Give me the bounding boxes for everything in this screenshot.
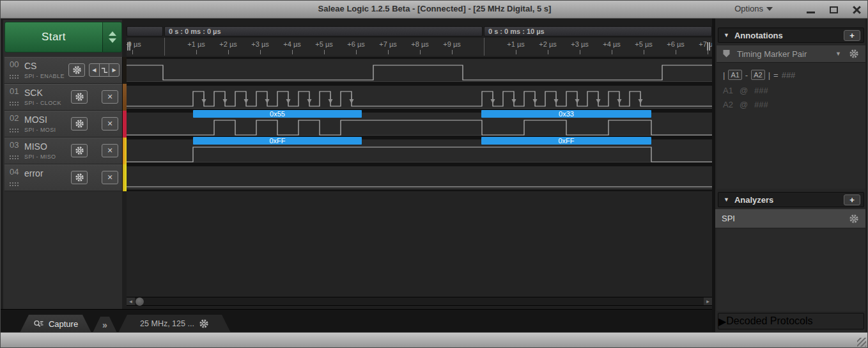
gear-icon <box>75 146 84 155</box>
channel-close-button[interactable]: ✕ <box>102 144 118 157</box>
collapse-closed-icon: ▶ <box>718 315 726 328</box>
start-options-toggle[interactable] <box>102 22 121 52</box>
capture-tab-label: Capture <box>49 319 78 329</box>
decoded-byte-bubble: 0x55 <box>193 110 362 118</box>
title-bar[interactable]: Saleae Logic 1.2.5 Beta - [Connected] - … <box>1 1 868 19</box>
trigger-prev-icon[interactable]: ◀ <box>89 64 99 76</box>
tab-overflow-chevrons[interactable]: » <box>93 317 117 333</box>
start-button[interactable]: Start <box>4 22 122 52</box>
scroll-left-button[interactable]: ◂ <box>127 297 135 305</box>
trigger-edge-icon[interactable] <box>99 64 109 76</box>
annotations-header[interactable]: ▼ Annotations + <box>718 28 864 43</box>
signal-trace-cs <box>127 57 712 84</box>
channel-color-strip <box>122 111 127 138</box>
channel-dots-icon <box>9 182 19 187</box>
channel-row[interactable]: 03 MISO SPI - MISO ✕ <box>4 138 122 164</box>
minimize-button[interactable] <box>801 3 820 17</box>
decoded-protocols-title: Decoded Protocols <box>726 315 812 327</box>
marker-pair-title: Timing Marker Pair <box>737 49 835 59</box>
channel-settings-button[interactable] <box>71 117 88 130</box>
collapse-open-icon: ▼ <box>724 32 729 38</box>
tab-device-settings[interactable]: 25 MHz, 125 ... <box>118 315 231 333</box>
timeline-sections[interactable]: 0 s : 0 ms : 0 µs0 s : 0 ms : 10 µs <box>127 26 712 37</box>
timeline-section-label: 0 s : 0 ms : 0 µs <box>165 27 482 35</box>
marker-a1-chip[interactable]: A1 <box>728 70 741 80</box>
channel-settings-button[interactable] <box>71 171 88 184</box>
channel-subtitle: SPI - MISO <box>24 154 56 160</box>
close-icon <box>852 5 861 14</box>
channel-row[interactable]: 01 SCK SPI - CLOCK ✕ <box>4 84 122 111</box>
analyzers-header[interactable]: ▼ Analyzers + <box>718 192 864 207</box>
trigger-next-icon[interactable]: ▶ <box>109 64 119 76</box>
waveform-canvas[interactable]: 0x550x330xFF0xFF <box>127 57 712 191</box>
gear-icon <box>75 92 84 102</box>
minimize-icon <box>807 12 815 13</box>
marker-measurements <box>717 63 865 189</box>
marker-a2-readout: A2 @ ### <box>723 100 768 109</box>
timeline-ruler[interactable]: +9 µs+1 µs+2 µs+3 µs+4 µs+5 µs+6 µs+7 µs… <box>127 38 712 56</box>
channel-close-button[interactable]: ✕ <box>102 117 118 130</box>
add-annotation-button[interactable]: + <box>844 30 860 41</box>
falling-edge-icon <box>100 66 109 74</box>
decoded-byte-bubble: 0xFF <box>481 137 651 145</box>
close-button[interactable] <box>847 3 866 17</box>
app-window: Saleae Logic 1.2.5 Beta - [Connected] - … <box>0 0 868 348</box>
tick-mark <box>452 50 453 54</box>
channel-settings-button[interactable] <box>71 90 88 104</box>
timing-marker-pair-row[interactable]: Timing Marker Pair ▼ <box>717 45 865 63</box>
channel-number: 03 <box>10 140 19 150</box>
marker-a1-readout: A1 @ ### <box>723 86 768 95</box>
a2-value: ### <box>754 100 768 109</box>
analyzer-settings-gear-icon[interactable] <box>849 214 859 224</box>
channel-subtitle: SPI - MOSI <box>24 127 56 133</box>
channel-settings-button[interactable] <box>71 144 88 157</box>
add-analyzer-button[interactable]: + <box>844 194 860 205</box>
scrollbar-thumb[interactable] <box>136 297 144 306</box>
bottom-tab-bar: Capture » 25 MHz, 125 ... <box>1 309 712 332</box>
scroll-right-button[interactable]: ▸ <box>704 297 712 305</box>
decoded-protocols-header[interactable]: ▶ Decoded Protocols <box>718 313 864 329</box>
channel-name: SCK <box>24 88 43 98</box>
channel-close-button[interactable]: ✕ <box>102 90 118 104</box>
channel-close-button[interactable]: ✕ <box>102 171 118 184</box>
options-menu[interactable]: Options <box>734 4 773 13</box>
signal-trace-error <box>127 164 712 191</box>
a1-at: @ <box>740 86 748 95</box>
marker-settings-gear-icon[interactable] <box>849 49 859 59</box>
marker-a2-chip[interactable]: A2 <box>751 70 764 80</box>
collapse-open-icon: ▼ <box>724 196 729 203</box>
decoded-byte-bubble: 0x33 <box>481 110 651 118</box>
timeline-section-boundary <box>164 38 165 56</box>
tab-capture[interactable]: Capture <box>20 315 91 333</box>
dropdown-arrow-icon[interactable]: ▼ <box>835 51 841 57</box>
tick-mark <box>516 50 516 54</box>
start-button-label[interactable]: Start <box>5 22 102 52</box>
signal-trace-sck <box>127 84 712 111</box>
channel-row[interactable]: 02 MOSI SPI - MOSI ✕ <box>4 111 122 138</box>
analyzer-item-spi[interactable]: SPI <box>715 209 865 228</box>
channel-number: 04 <box>10 167 19 177</box>
a2-label: A2 <box>723 100 733 109</box>
horizontal-scrollbar[interactable]: ◂ ▸ <box>127 297 712 306</box>
channel-subtitle: SPI - CLOCK <box>24 100 61 106</box>
gear-icon <box>72 65 82 75</box>
tick-mark <box>644 50 644 54</box>
channel-row[interactable]: 00 CS SPI - ENABLE ◀ ▶ <box>4 57 122 84</box>
trigger-controls[interactable]: ◀ ▶ <box>89 63 120 77</box>
channel-settings-button[interactable] <box>68 63 85 77</box>
timeline-section <box>127 26 163 36</box>
channel-color-strip <box>122 164 127 191</box>
channel-name: MOSI <box>24 115 47 125</box>
capture-search-icon <box>33 319 44 329</box>
tick-mark <box>228 50 229 54</box>
device-settings-gear-icon[interactable] <box>199 319 209 329</box>
maximize-button[interactable] <box>824 3 843 17</box>
close-icon: ✕ <box>107 173 112 182</box>
resize-grip[interactable] <box>857 338 866 347</box>
channel-name: CS <box>24 61 36 71</box>
annotations-title: Annotations <box>734 31 844 40</box>
channel-row[interactable]: 04 error ✕ <box>4 164 122 191</box>
maximize-icon <box>830 6 838 13</box>
tick-mark <box>260 50 261 54</box>
tick-mark <box>356 50 357 54</box>
